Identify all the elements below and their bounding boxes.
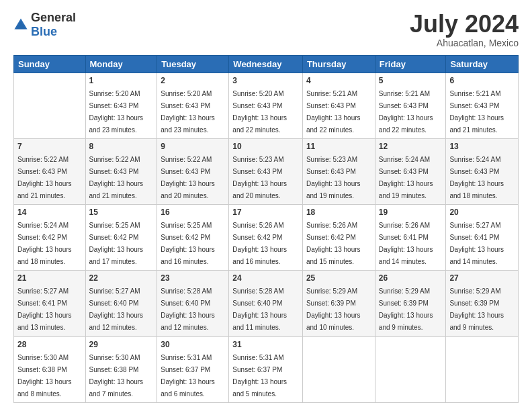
day-number: 13 [449,142,515,151]
col-wednesday: Wednesday [229,55,303,73]
col-tuesday: Tuesday [157,55,229,73]
day-info: Sunrise: 5:22 AMSunset: 6:43 PMDaylight:… [161,156,215,199]
day-info: Sunrise: 5:25 AMSunset: 6:42 PMDaylight:… [161,222,215,265]
day-info: Sunrise: 5:21 AMSunset: 6:43 PMDaylight:… [379,90,433,134]
table-cell: 17 Sunrise: 5:26 AMSunset: 6:42 PMDaylig… [229,205,303,271]
week-row-0: 1 Sunrise: 5:20 AMSunset: 6:43 PMDayligh… [14,73,519,138]
table-cell [302,336,375,402]
day-info: Sunrise: 5:29 AMSunset: 6:39 PMDaylight:… [379,287,433,331]
day-number: 22 [89,273,154,283]
table-cell: 20 Sunrise: 5:27 AMSunset: 6:41 PMDaylig… [446,205,519,271]
day-info: Sunrise: 5:26 AMSunset: 6:42 PMDaylight:… [306,222,361,265]
col-friday: Friday [375,55,446,73]
day-info: Sunrise: 5:27 AMSunset: 6:41 PMDaylight:… [449,222,504,265]
day-info: Sunrise: 5:24 AMSunset: 6:43 PMDaylight:… [379,156,433,199]
col-saturday: Saturday [446,55,519,73]
day-number: 11 [306,142,371,151]
table-cell: 30 Sunrise: 5:31 AMSunset: 6:37 PMDaylig… [157,336,229,402]
table-cell: 9 Sunrise: 5:22 AMSunset: 6:43 PMDayligh… [157,138,229,204]
col-monday: Monday [85,55,157,73]
title-block: July 2024 Ahuacatlan, Mexico [410,11,519,48]
day-info: Sunrise: 5:28 AMSunset: 6:40 PMDaylight:… [232,287,287,331]
table-cell: 21 Sunrise: 5:27 AMSunset: 6:41 PMDaylig… [14,271,86,336]
day-number: 14 [17,208,82,217]
day-number: 18 [306,208,371,217]
page: General Blue July 2024 Ahuacatlan, Mexic… [0,0,532,411]
table-cell: 23 Sunrise: 5:28 AMSunset: 6:40 PMDaylig… [157,271,229,336]
day-number: 29 [89,340,154,349]
day-info: Sunrise: 5:30 AMSunset: 6:38 PMDaylight:… [89,354,144,398]
table-cell: 10 Sunrise: 5:23 AMSunset: 6:43 PMDaylig… [229,138,303,204]
table-cell [446,336,519,402]
day-info: Sunrise: 5:27 AMSunset: 6:41 PMDaylight:… [17,287,72,331]
day-info: Sunrise: 5:29 AMSunset: 6:39 PMDaylight:… [449,287,504,331]
day-number: 27 [449,273,515,283]
day-number: 21 [17,273,82,283]
day-number: 20 [449,208,515,217]
day-number: 12 [379,142,443,151]
table-cell: 3 Sunrise: 5:20 AMSunset: 6:43 PMDayligh… [229,73,303,138]
day-number: 16 [161,208,225,217]
week-row-4: 28 Sunrise: 5:30 AMSunset: 6:38 PMDaylig… [14,336,519,402]
day-number: 1 [89,76,154,85]
day-number: 3 [232,76,299,85]
day-number: 8 [89,142,154,151]
table-cell: 14 Sunrise: 5:24 AMSunset: 6:42 PMDaylig… [14,205,86,271]
day-number: 6 [449,76,515,85]
day-info: Sunrise: 5:26 AMSunset: 6:42 PMDaylight:… [232,222,287,265]
day-number: 7 [17,142,82,151]
day-info: Sunrise: 5:21 AMSunset: 6:43 PMDaylight:… [449,90,504,134]
week-row-1: 7 Sunrise: 5:22 AMSunset: 6:43 PMDayligh… [14,138,519,204]
table-cell: 7 Sunrise: 5:22 AMSunset: 6:43 PMDayligh… [14,138,86,204]
day-info: Sunrise: 5:26 AMSunset: 6:41 PMDaylight:… [379,222,433,265]
day-number: 28 [17,340,82,349]
day-info: Sunrise: 5:31 AMSunset: 6:37 PMDaylight:… [232,354,287,398]
day-info: Sunrise: 5:21 AMSunset: 6:43 PMDaylight:… [306,90,361,134]
day-info: Sunrise: 5:25 AMSunset: 6:42 PMDaylight:… [89,222,144,265]
day-info: Sunrise: 5:20 AMSunset: 6:43 PMDaylight:… [89,90,144,134]
day-number: 31 [232,340,299,349]
table-cell: 12 Sunrise: 5:24 AMSunset: 6:43 PMDaylig… [375,138,446,204]
day-number: 30 [161,340,225,349]
table-cell: 22 Sunrise: 5:27 AMSunset: 6:40 PMDaylig… [85,271,157,336]
day-info: Sunrise: 5:23 AMSunset: 6:43 PMDaylight:… [232,156,287,199]
table-cell: 27 Sunrise: 5:29 AMSunset: 6:39 PMDaylig… [446,271,519,336]
day-number: 5 [379,76,443,85]
week-row-2: 14 Sunrise: 5:24 AMSunset: 6:42 PMDaylig… [14,205,519,271]
table-cell: 11 Sunrise: 5:23 AMSunset: 6:43 PMDaylig… [302,138,375,204]
table-cell: 24 Sunrise: 5:28 AMSunset: 6:40 PMDaylig… [229,271,303,336]
table-cell: 25 Sunrise: 5:29 AMSunset: 6:39 PMDaylig… [302,271,375,336]
day-number: 23 [161,273,225,283]
day-info: Sunrise: 5:23 AMSunset: 6:43 PMDaylight:… [306,156,361,199]
day-number: 15 [89,208,154,217]
header-row: Sunday Monday Tuesday Wednesday Thursday… [14,55,519,73]
table-cell: 29 Sunrise: 5:30 AMSunset: 6:38 PMDaylig… [85,336,157,402]
day-info: Sunrise: 5:24 AMSunset: 6:43 PMDaylight:… [449,156,504,199]
table-cell: 2 Sunrise: 5:20 AMSunset: 6:43 PMDayligh… [157,73,229,138]
day-info: Sunrise: 5:28 AMSunset: 6:40 PMDaylight:… [161,287,215,331]
col-sunday: Sunday [14,55,86,73]
table-cell: 18 Sunrise: 5:26 AMSunset: 6:42 PMDaylig… [302,205,375,271]
day-number: 4 [306,76,371,85]
day-number: 9 [161,142,225,151]
calendar-table: Sunday Monday Tuesday Wednesday Thursday… [13,55,519,403]
table-cell: 16 Sunrise: 5:25 AMSunset: 6:42 PMDaylig… [157,205,229,271]
logo-general: General [31,11,76,24]
day-info: Sunrise: 5:31 AMSunset: 6:37 PMDaylight:… [161,354,215,398]
table-cell: 5 Sunrise: 5:21 AMSunset: 6:43 PMDayligh… [375,73,446,138]
table-cell [375,336,446,402]
day-number: 25 [306,273,371,283]
table-cell: 15 Sunrise: 5:25 AMSunset: 6:42 PMDaylig… [85,205,157,271]
logo-icon [13,17,28,32]
day-info: Sunrise: 5:24 AMSunset: 6:42 PMDaylight:… [17,222,72,265]
table-cell: 4 Sunrise: 5:21 AMSunset: 6:43 PMDayligh… [302,73,375,138]
day-info: Sunrise: 5:22 AMSunset: 6:43 PMDaylight:… [17,156,72,199]
table-cell: 13 Sunrise: 5:24 AMSunset: 6:43 PMDaylig… [446,138,519,204]
table-cell: 19 Sunrise: 5:26 AMSunset: 6:41 PMDaylig… [375,205,446,271]
table-cell: 8 Sunrise: 5:22 AMSunset: 6:43 PMDayligh… [85,138,157,204]
day-info: Sunrise: 5:22 AMSunset: 6:43 PMDaylight:… [89,156,144,199]
day-number: 26 [379,273,443,283]
day-number: 24 [232,273,299,283]
day-number: 19 [379,208,443,217]
table-cell: 31 Sunrise: 5:31 AMSunset: 6:37 PMDaylig… [229,336,303,402]
